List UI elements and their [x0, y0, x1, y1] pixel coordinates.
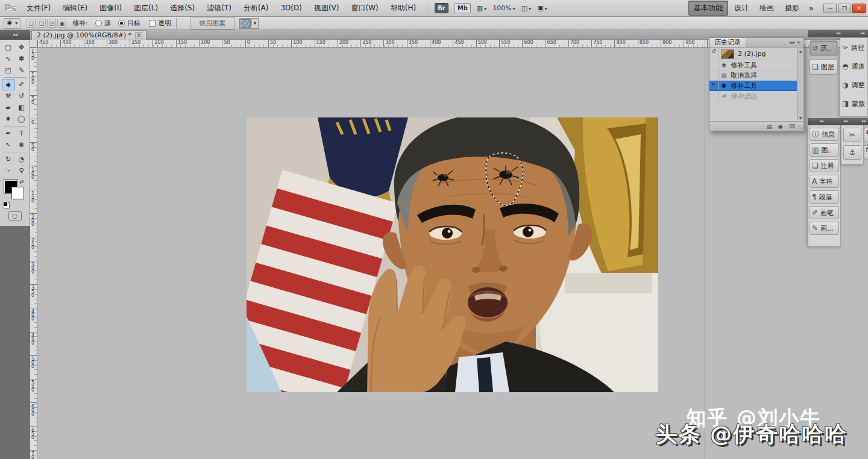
- eraser-tool[interactable]: ▰: [2, 102, 15, 113]
- history-source-cell[interactable]: [709, 60, 719, 70]
- tab-close-icon[interactable]: ×: [135, 32, 142, 39]
- screen-mode-icon[interactable]: ▣▾: [537, 4, 547, 12]
- menu-item[interactable]: 帮助(H): [385, 0, 422, 16]
- panel-button-channels[interactable]: ◓通道: [842, 60, 868, 73]
- dodge-tool[interactable]: ◯: [15, 113, 28, 125]
- delete-state-icon[interactable]: ⌧: [789, 123, 795, 130]
- menu-item[interactable]: 窗口(W): [345, 0, 385, 16]
- menu-item[interactable]: 分析(A): [237, 0, 275, 16]
- menu-item[interactable]: 图层(L): [128, 0, 164, 16]
- restore-button[interactable]: ❐: [838, 4, 851, 13]
- 3d-orbit-tool[interactable]: ◔: [15, 154, 28, 165]
- history-source-cell[interactable]: ▸: [709, 81, 719, 90]
- brush-tool[interactable]: ✐: [15, 79, 28, 90]
- patch-target-option[interactable]: 目标: [118, 19, 140, 28]
- bridge-icon[interactable]: Br: [435, 3, 448, 13]
- panel-button-paragraph[interactable]: ¶段落: [810, 190, 839, 204]
- source-radio[interactable]: [95, 20, 102, 27]
- minimize-button[interactable]: —: [823, 4, 837, 13]
- workspace-button[interactable]: 绘画: [755, 1, 779, 15]
- background-color-swatch[interactable]: [12, 187, 24, 199]
- dock-collapse-icon[interactable]: ▸▸: [862, 118, 866, 125]
- new-document-from-state-icon[interactable]: ▤: [767, 123, 772, 130]
- menu-item[interactable]: 图像(I): [93, 0, 128, 16]
- guides-menu-icon[interactable]: ▥▾: [477, 4, 486, 12]
- type-tool[interactable]: T: [15, 128, 28, 139]
- panel-button-masks[interactable]: ◨蒙版: [842, 97, 868, 110]
- panel-menu-icon[interactable]: ▸▸ ≡: [790, 40, 804, 45]
- dock-edge-sliver-2[interactable]: fx: [864, 145, 868, 160]
- patch-source-option[interactable]: 源: [95, 19, 111, 28]
- panel-button-brush[interactable]: ✐画笔: [810, 206, 839, 219]
- panel-button-history[interactable]: ↺历..: [810, 40, 838, 56]
- selection-combine-icon[interactable]: ▢: [27, 19, 36, 28]
- history-step[interactable]: ✱修补选区: [709, 91, 804, 101]
- ruler-corner[interactable]: [30, 40, 37, 48]
- transparent-checkbox[interactable]: [149, 20, 156, 27]
- swap-colors-icon[interactable]: ⇄: [19, 179, 24, 185]
- custom-shape-tool[interactable]: ❀: [15, 139, 28, 151]
- dock-collapse-icon[interactable]: ▸▸: [837, 30, 841, 37]
- selection-combine-icon[interactable]: ▣: [57, 19, 66, 28]
- workspace-button[interactable]: 设计: [729, 1, 753, 15]
- scroll-up-icon[interactable]: ▲: [799, 49, 802, 53]
- clone-stamp-tool[interactable]: ⚒: [2, 90, 15, 102]
- selection-combine-icon[interactable]: ◳: [47, 19, 56, 28]
- use-pattern-button[interactable]: 使用图案: [190, 17, 234, 30]
- target-radio[interactable]: [118, 20, 125, 27]
- history-scrollbar[interactable]: ▲ ▼: [797, 48, 804, 120]
- dock-collapse-icon[interactable]: ▸▸: [820, 118, 824, 125]
- zoom-tool[interactable]: ⚲: [15, 165, 28, 176]
- rectangular-marquee-tool[interactable]: ▢: [2, 42, 15, 53]
- dock-collapse-icon[interactable]: ▸▸: [861, 30, 865, 37]
- zoom-level-dropdown[interactable]: 100%▾: [492, 4, 515, 12]
- close-button[interactable]: ✕: [852, 4, 866, 13]
- document-tab[interactable]: 2 (2).jpg @ 100%(RGB/8#) * ×: [31, 30, 146, 40]
- hand-tool[interactable]: ☞: [2, 165, 15, 176]
- quick-mask-button[interactable]: ◯: [8, 211, 22, 220]
- pattern-picker[interactable]: ▾: [239, 18, 259, 29]
- default-colors-icon[interactable]: [3, 202, 8, 207]
- blur-tool[interactable]: ♦: [2, 113, 15, 125]
- panel-button-adjustments[interactable]: ◑调整: [842, 78, 868, 92]
- tool-preset-picker[interactable]: ✱ ▾: [4, 18, 20, 29]
- history-snapshot-row[interactable]: ↺ 2 (2).jpg: [709, 48, 804, 60]
- crop-tool[interactable]: ◰: [2, 64, 15, 76]
- menu-item[interactable]: 视图(V): [308, 0, 345, 16]
- mini-bridge-icon[interactable]: Mb: [454, 3, 471, 13]
- workspace-overflow-button[interactable]: »: [804, 4, 819, 13]
- panel-button-character[interactable]: A字符: [810, 175, 839, 188]
- history-brush-tool[interactable]: ↺: [15, 90, 28, 102]
- history-source-cell[interactable]: ↺: [709, 48, 719, 60]
- menu-item[interactable]: 选择(S): [164, 0, 201, 16]
- history-step[interactable]: ▸✱修补工具: [709, 81, 804, 91]
- panel-button-brush-presets[interactable]: ✎画...: [810, 222, 839, 235]
- menu-item[interactable]: 滤镜(T): [201, 0, 237, 16]
- panel-resize-grip[interactable]: [797, 125, 803, 130]
- history-panel-tab[interactable]: 历史记录: [709, 38, 746, 47]
- panel-button-animation[interactable]: ⚓: [843, 145, 861, 160]
- selection-combine-icon[interactable]: ❏: [37, 19, 46, 28]
- dock-edge-sliver-1[interactable]: ✾: [864, 128, 868, 142]
- patch-tool[interactable]: ✱: [2, 79, 15, 90]
- panel-button-clone-source[interactable]: ✂: [843, 128, 861, 142]
- menu-item[interactable]: 文件(F): [20, 0, 57, 16]
- 3d-rotate-tool[interactable]: ↻: [2, 154, 15, 165]
- workspace-button[interactable]: 基本功能: [688, 1, 728, 16]
- history-source-cell[interactable]: [709, 91, 719, 101]
- vertical-ruler[interactable]: 1501005005010015020025030035040045050055…: [30, 48, 37, 459]
- arrange-documents-icon[interactable]: ◫▾: [521, 4, 531, 12]
- eyedropper-tool[interactable]: ✎: [15, 64, 28, 76]
- document-image[interactable]: [247, 117, 658, 392]
- path-selection-tool[interactable]: ↖: [2, 139, 15, 151]
- workspace-button[interactable]: 摄影: [780, 1, 804, 15]
- panel-button-info[interactable]: ⓘ信息: [810, 128, 839, 141]
- pen-tool[interactable]: ✒: [2, 128, 15, 139]
- new-snapshot-icon[interactable]: ◉: [778, 123, 783, 130]
- gradient-tool[interactable]: ◧: [15, 102, 28, 113]
- history-step[interactable]: ▨取消选择: [709, 70, 804, 81]
- dock-collapse-icon[interactable]: ▸▸: [844, 118, 848, 125]
- panel-button-notes[interactable]: ❏注释: [810, 159, 839, 172]
- panel-button-paths[interactable]: ✑路径: [842, 41, 868, 54]
- panel-button-layers[interactable]: ❏图层: [810, 59, 838, 75]
